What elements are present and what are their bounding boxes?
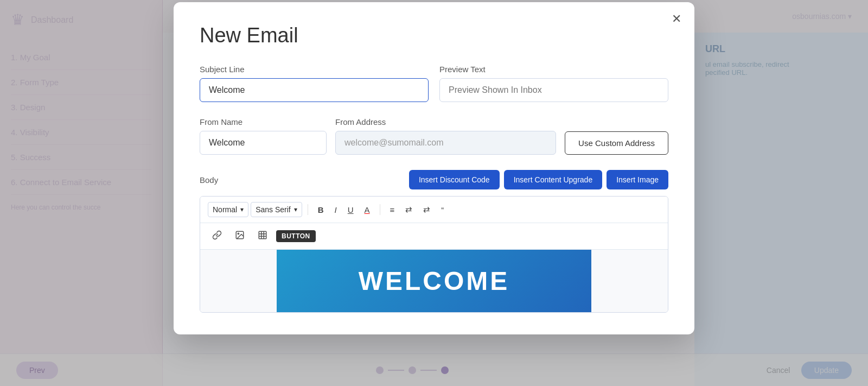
- from-row: From Name From Address Use Custom Addres…: [200, 117, 668, 155]
- button-badge: BUTTON: [276, 230, 316, 242]
- svg-rect-2: [259, 231, 266, 239]
- toolbar-divider-2: [380, 204, 380, 215]
- format-select[interactable]: Normal ▾: [208, 202, 248, 217]
- insert-content-upgrade-button[interactable]: Insert Content Upgrade: [504, 170, 603, 189]
- from-name-group: From Name: [200, 117, 327, 155]
- format-label: Normal: [213, 205, 237, 214]
- subject-preview-row: Subject Line Preview Text: [200, 65, 668, 102]
- from-address-group: From Address: [335, 117, 556, 155]
- from-address-label: From Address: [335, 117, 556, 126]
- welcome-banner: WELCOME: [277, 250, 591, 312]
- preview-text-label: Preview Text: [439, 65, 668, 74]
- body-insert-buttons: Insert Discount Code Insert Content Upgr…: [409, 170, 668, 189]
- modal-overlay: ✕ New Email Subject Line Preview Text Fr…: [0, 0, 868, 386]
- from-address-input[interactable]: [335, 131, 556, 155]
- editor-toolbar-row1: Normal ▾ Sans Serif ▾ B I U A ≡ ⇄ ⇄: [200, 197, 668, 223]
- subject-line-group: Subject Line: [200, 65, 429, 102]
- body-section: Body Insert Discount Code Insert Content…: [200, 170, 668, 313]
- use-custom-address-button[interactable]: Use Custom Address: [565, 131, 668, 155]
- subject-line-label: Subject Line: [200, 65, 429, 74]
- image-icon-button[interactable]: [231, 227, 249, 245]
- table-icon-button[interactable]: [253, 227, 272, 245]
- font-chevron-icon: ▾: [294, 206, 297, 213]
- preview-text-input[interactable]: [439, 78, 668, 102]
- unordered-list-button[interactable]: ⇄: [419, 202, 435, 217]
- from-name-input[interactable]: [200, 131, 327, 155]
- insert-image-button[interactable]: Insert Image: [607, 170, 668, 189]
- modal-close-button[interactable]: ✕: [672, 13, 681, 25]
- body-header: Body Insert Discount Code Insert Content…: [200, 170, 668, 189]
- blockquote-button[interactable]: “: [437, 203, 448, 217]
- link-icon-button[interactable]: [208, 227, 226, 245]
- welcome-banner-text: WELCOME: [359, 266, 510, 296]
- format-chevron-icon: ▾: [240, 206, 244, 213]
- body-label: Body: [200, 175, 218, 185]
- modal-title: New Email: [200, 24, 668, 47]
- bold-button[interactable]: B: [314, 203, 328, 217]
- font-select[interactable]: Sans Serif ▾: [251, 202, 302, 217]
- font-label: Sans Serif: [256, 205, 291, 214]
- ordered-list-button[interactable]: ⇄: [401, 202, 417, 217]
- svg-point-1: [238, 233, 239, 234]
- underline-button[interactable]: U: [343, 203, 358, 217]
- subject-line-input[interactable]: [200, 78, 429, 102]
- toolbar-divider-1: [308, 204, 308, 215]
- insert-discount-code-button[interactable]: Insert Discount Code: [409, 170, 500, 189]
- editor-body[interactable]: WELCOME: [200, 250, 668, 312]
- editor-toolbar-row2: BUTTON: [200, 223, 668, 250]
- preview-text-group: Preview Text: [439, 65, 668, 102]
- align-left-button[interactable]: ≡: [386, 203, 399, 217]
- italic-button[interactable]: I: [330, 203, 341, 217]
- new-email-modal: ✕ New Email Subject Line Preview Text Fr…: [174, 2, 694, 334]
- editor-area: Normal ▾ Sans Serif ▾ B I U A ≡ ⇄ ⇄: [200, 196, 668, 313]
- text-color-button[interactable]: A: [360, 203, 374, 217]
- from-name-label: From Name: [200, 117, 327, 126]
